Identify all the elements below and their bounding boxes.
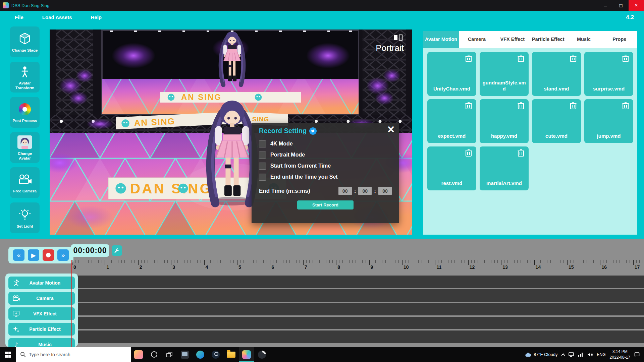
speaker-icon[interactable] (587, 352, 593, 357)
end-time-seconds-input[interactable] (358, 187, 372, 195)
motion-file-name: cute.vmd (534, 133, 579, 139)
track-particle-button[interactable]: Particle Effect (8, 323, 75, 336)
tab-avatar-motion[interactable]: Avatar Motion (423, 31, 459, 48)
motion-card[interactable]: martialArt.vmd (480, 146, 529, 190)
change-avatar-label: Change Avatar (10, 151, 40, 161)
track-row[interactable] (71, 303, 644, 315)
track-row[interactable] (71, 276, 644, 288)
portrait-label: Portrait (376, 43, 404, 53)
trash-icon[interactable] (465, 149, 472, 157)
timeline-settings-button[interactable] (112, 245, 122, 256)
taskbar-photos-app[interactable] (131, 347, 146, 362)
checkbox-start-current-time[interactable] (259, 163, 266, 170)
motion-card[interactable]: cute.vmd (532, 99, 581, 143)
track-music-button[interactable]: ♪ Music (8, 338, 75, 347)
portrait-orientation-icon (392, 34, 404, 41)
taskbar-clock[interactable]: 3:14 PM 2022-08-17 (610, 349, 630, 360)
option-4k-label: 4K Mode (270, 141, 293, 147)
track-vfx-button[interactable]: VFX Effect (8, 307, 75, 320)
motion-card[interactable]: jump.vmd (584, 99, 633, 143)
stage-banner-main-text: DAN SING (130, 181, 212, 196)
motion-card[interactable]: surprise.vmd (584, 52, 633, 96)
taskbar-pc-app[interactable] (177, 347, 193, 362)
search-input[interactable] (29, 352, 127, 357)
taskbar-obs[interactable] (254, 347, 270, 362)
free-camera-button[interactable]: Free Camera (10, 167, 40, 198)
notification-center-icon[interactable] (634, 352, 640, 357)
maximize-button[interactable]: □ (613, 0, 629, 11)
tab-music[interactable]: Music (566, 31, 601, 48)
track-row[interactable] (71, 289, 644, 302)
change-stage-button[interactable]: Change Stage (10, 26, 40, 57)
end-time-minutes-input[interactable] (338, 187, 352, 195)
avatar-transform-button[interactable]: Avatar Transform (10, 62, 40, 93)
start-record-button[interactable]: Start Record (297, 200, 354, 209)
weather-widget[interactable]: 87°F Cloudy (525, 352, 558, 357)
playhead[interactable] (71, 260, 72, 347)
taskbar-edge[interactable] (193, 347, 208, 362)
motion-card[interactable]: stand.vmd (532, 52, 581, 96)
start-button[interactable] (0, 347, 16, 362)
display-tray-icon[interactable] (569, 352, 574, 357)
post-process-button[interactable]: Post Process (10, 97, 40, 128)
menu-load-assets[interactable]: Load Assets (42, 14, 72, 20)
trash-icon[interactable] (465, 54, 472, 62)
tab-camera[interactable]: Camera (459, 31, 494, 48)
close-button[interactable]: × (629, 0, 644, 11)
trash-icon[interactable] (517, 149, 525, 157)
tab-props[interactable]: Props (602, 31, 637, 48)
dialog-close-icon[interactable]: × (387, 123, 394, 135)
weather-label: 87°F Cloudy (534, 352, 558, 357)
trash-icon[interactable] (517, 102, 525, 110)
set-light-button[interactable]: Set Light (10, 202, 40, 233)
twitter-icon[interactable] (309, 127, 317, 135)
hidden-icons-chevron[interactable] (561, 353, 565, 357)
taskbar-cortana[interactable] (146, 347, 162, 362)
taskbar-task-view[interactable] (162, 347, 177, 362)
track-avatar-motion-button[interactable]: Avatar Motion (8, 277, 75, 289)
stage-viewport[interactable]: AN SING AN SING AN SING (50, 29, 412, 235)
motion-card[interactable]: UnityChan.vmd (427, 52, 476, 96)
motion-file-panel: UnityChan.vmd gundnamStyle.vmd stand.vmd… (423, 48, 637, 235)
rewind-button[interactable]: « (13, 249, 24, 261)
menu-help[interactable]: Help (91, 14, 102, 20)
tab-particle-effect[interactable]: Particle Effect (530, 31, 566, 48)
checkbox-4k-mode[interactable] (259, 140, 266, 147)
record-button[interactable] (43, 249, 54, 261)
change-avatar-button[interactable]: Change Avatar (10, 132, 40, 163)
motion-card[interactable]: rest.vmd (427, 146, 476, 190)
tab-vfx-effect[interactable]: VFX Effect (495, 31, 530, 48)
trash-icon[interactable] (622, 54, 629, 62)
ruler-number: 4 (206, 264, 208, 270)
trash-icon[interactable] (570, 54, 577, 62)
trash-icon[interactable] (622, 102, 629, 110)
track-camera-button[interactable]: Camera (8, 292, 75, 305)
menu-file[interactable]: File (15, 14, 23, 20)
taskbar-dss-app[interactable] (239, 347, 254, 362)
taskbar-file-explorer[interactable] (223, 347, 239, 362)
minimize-button[interactable]: – (598, 0, 613, 11)
fast-forward-button[interactable]: » (57, 249, 69, 261)
change-stage-label: Change Stage (11, 48, 39, 53)
checkbox-end-until-time[interactable] (259, 174, 266, 181)
timeline-ruler[interactable]: 01234567891011121314151617 (71, 260, 644, 275)
track-particle-label: Particle Effect (20, 326, 69, 332)
network-icon[interactable] (578, 352, 583, 357)
play-button[interactable]: ▶ (28, 249, 39, 261)
trash-icon[interactable] (570, 102, 577, 110)
screen-banner-text: AN SING (181, 93, 222, 102)
taskbar-search[interactable] (16, 347, 131, 362)
checkbox-portrait-mode[interactable] (259, 152, 266, 159)
track-row[interactable] (71, 317, 644, 329)
trash-icon[interactable] (465, 102, 472, 110)
video-camera-icon (17, 172, 32, 187)
end-time-ms-input[interactable] (378, 187, 392, 195)
taskbar-steam[interactable] (208, 347, 223, 362)
track-row[interactable] (71, 330, 644, 343)
motion-card[interactable]: happy.vmd (480, 99, 529, 143)
ruler-number: 10 (404, 264, 409, 270)
motion-card[interactable]: gundnamStyle.vmd (480, 52, 529, 96)
language-indicator[interactable]: ENG (597, 352, 606, 357)
trash-icon[interactable] (517, 54, 525, 62)
motion-card[interactable]: expect.vmd (427, 99, 476, 143)
